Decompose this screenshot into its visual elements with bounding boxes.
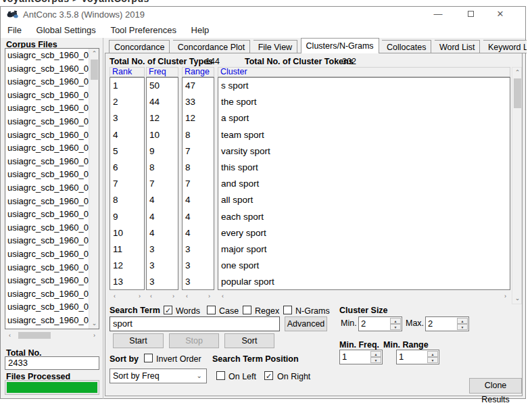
close-button[interactable]: ✕: [489, 7, 512, 23]
rank-cell[interactable]: 10: [110, 225, 144, 241]
corpus-file-list[interactable]: usiagrc_scb_1960_0usiagrc_scb_1960_0usia…: [5, 48, 99, 329]
freq-cell[interactable]: 12: [147, 110, 178, 126]
corpus-file-item[interactable]: usiagrc_scb_1960_0: [5, 128, 89, 142]
corpus-file-item[interactable]: usiagrc_scb_1960_0: [5, 327, 89, 329]
range-cell[interactable]: 4: [183, 192, 214, 208]
corpus-file-item[interactable]: usiagrc_scb_1960_0: [5, 49, 89, 62]
corpus-file-item[interactable]: usiagrc_scb_1960_0: [5, 261, 89, 275]
advanced-button[interactable]: Advanced: [285, 316, 327, 331]
range-cell[interactable]: 4: [183, 225, 214, 241]
freq-cell[interactable]: 10: [147, 127, 178, 143]
scroll-left-icon[interactable]: ‹: [5, 331, 15, 340]
words-checkbox[interactable]: ✓: [164, 306, 172, 314]
on-right-checkbox[interactable]: ✓: [264, 371, 273, 380]
rank-cell[interactable]: 4: [110, 127, 144, 143]
corpus-file-item[interactable]: usiagrc_scb_1960_0: [5, 75, 89, 89]
sort-button[interactable]: Sort: [224, 333, 274, 348]
cluster-size-max-spinner[interactable]: 2 ▲ ▼: [425, 316, 469, 331]
file-list-vertical-scrollbar[interactable]: ⌃ ⌄: [89, 49, 99, 329]
file-list-hscroll-thumb[interactable]: [18, 332, 51, 339]
corpus-file-item[interactable]: usiagrc_scb_1960_0: [5, 115, 89, 128]
tab-clusters-ngrams[interactable]: Clusters/N-Grams: [301, 38, 379, 53]
cluster-cell[interactable]: varsity sport: [218, 143, 510, 160]
freq-cell[interactable]: 7: [147, 176, 178, 192]
freq-cell[interactable]: 44: [147, 94, 178, 110]
menu-file[interactable]: File: [1, 23, 28, 38]
spin-down-icon[interactable]: ▼: [370, 357, 381, 363]
scroll-right-icon[interactable]: ›: [89, 331, 99, 340]
range-horizontal-scrollbar[interactable]: ‹ ›: [182, 291, 214, 301]
range-cell[interactable]: 7: [183, 143, 214, 160]
start-button[interactable]: Start: [113, 333, 164, 348]
freq-cell[interactable]: 8: [147, 160, 178, 176]
cluster-cell[interactable]: a sport: [218, 110, 510, 126]
tab-concordance-plot[interactable]: Concordance Plot: [173, 40, 250, 53]
regex-checkbox[interactable]: [243, 306, 251, 314]
spin-down-icon[interactable]: ▼: [457, 324, 468, 330]
corpus-file-item[interactable]: usiagrc_scb_1960_0: [5, 195, 89, 208]
cluster-cell[interactable]: each sport: [218, 209, 510, 225]
clone-results-button[interactable]: Clone Results: [469, 378, 522, 394]
rank-cell[interactable]: 6: [110, 160, 144, 176]
rank-column[interactable]: 12345678910111213: [110, 77, 145, 290]
cluster-cell[interactable]: s sport: [218, 78, 510, 94]
menu-tool-preferences[interactable]: Tool Preferences: [104, 23, 183, 38]
range-cell[interactable]: 3: [183, 258, 214, 274]
rank-cell[interactable]: 2: [110, 94, 144, 110]
corpus-file-item[interactable]: usiagrc_scb_1960_0: [5, 314, 89, 327]
freq-horizontal-scrollbar[interactable]: ‹ ›: [146, 291, 178, 301]
file-list-scroll-thumb[interactable]: [91, 60, 98, 80]
corpus-file-item[interactable]: usiagrc_scb_1960_0: [5, 141, 89, 155]
results-scroll-thumb[interactable]: [514, 78, 521, 108]
on-left-checkbox[interactable]: [216, 371, 225, 380]
menu-global-settings[interactable]: Global Settings: [30, 23, 102, 38]
cluster-column[interactable]: s sportthe sporta sportteam sportvarsity…: [218, 77, 510, 290]
file-list-horizontal-scrollbar[interactable]: ‹ ›: [5, 331, 99, 340]
cluster-cell[interactable]: and sport: [218, 176, 510, 192]
case-checkbox[interactable]: [207, 306, 216, 314]
corpus-file-item[interactable]: usiagrc_scb_1960_0: [5, 300, 89, 314]
scroll-right-icon[interactable]: ›: [500, 291, 510, 301]
corpus-file-item[interactable]: usiagrc_scb_1960_0: [5, 89, 89, 102]
column-header-cluster[interactable]: Cluster: [218, 67, 510, 77]
freq-cell[interactable]: 3: [147, 258, 178, 274]
corpus-file-item[interactable]: usiagrc_scb_1960_0: [5, 221, 89, 235]
spin-down-icon[interactable]: ▼: [390, 324, 401, 330]
ngrams-checkbox[interactable]: [283, 306, 292, 314]
freq-cell[interactable]: 4: [147, 209, 178, 225]
column-header-range[interactable]: Range: [182, 67, 214, 77]
freq-cell[interactable]: 4: [147, 225, 178, 241]
range-cell[interactable]: 8: [183, 127, 214, 143]
corpus-file-item[interactable]: usiagrc_scb_1960_0: [5, 181, 89, 195]
corpus-file-item[interactable]: usiagrc_scb_1960_0: [5, 168, 89, 181]
results-vertical-scrollbar[interactable]: ⌃ ⌄: [512, 67, 522, 304]
cluster-size-min-value[interactable]: 2: [361, 318, 366, 329]
cluster-size-max-value[interactable]: 2: [428, 318, 433, 329]
scroll-up-icon[interactable]: ⌃: [512, 68, 523, 78]
range-cell[interactable]: 12: [183, 110, 214, 126]
spin-up-icon[interactable]: ▲: [427, 351, 438, 357]
range-cell[interactable]: 7: [183, 176, 214, 192]
min-range-spinner[interactable]: 1 ▲ ▼: [396, 350, 439, 364]
range-cell[interactable]: 3: [183, 241, 214, 258]
minimize-button[interactable]: —: [427, 7, 450, 23]
rank-cell[interactable]: 11: [110, 241, 144, 258]
scroll-left-icon[interactable]: ‹: [218, 291, 228, 301]
corpus-file-item[interactable]: usiagrc_scb_1960_0: [5, 208, 89, 221]
spin-down-icon[interactable]: ▼: [427, 357, 438, 363]
corpus-file-item[interactable]: usiagrc_scb_1960_0: [5, 247, 89, 261]
stop-button[interactable]: Stop: [169, 333, 219, 348]
freq-cell[interactable]: 3: [147, 274, 178, 290]
scroll-left-icon[interactable]: ‹: [110, 291, 120, 301]
range-cell[interactable]: 4: [183, 209, 214, 225]
column-header-freq[interactable]: Freq: [146, 67, 178, 77]
spin-up-icon[interactable]: ▲: [390, 318, 401, 324]
rank-horizontal-scrollbar[interactable]: ‹ ›: [110, 291, 145, 301]
scroll-down-icon[interactable]: ⌄: [512, 293, 523, 304]
search-input[interactable]: sport: [110, 316, 280, 331]
sort-by-select[interactable]: Sort by Freq ⌄: [110, 369, 207, 383]
corpus-file-item[interactable]: usiagrc_scb_1960_0: [5, 234, 89, 247]
scroll-down-icon[interactable]: ⌄: [89, 318, 99, 329]
cluster-cell[interactable]: every sport: [218, 225, 510, 241]
maximize-button[interactable]: [459, 7, 482, 23]
